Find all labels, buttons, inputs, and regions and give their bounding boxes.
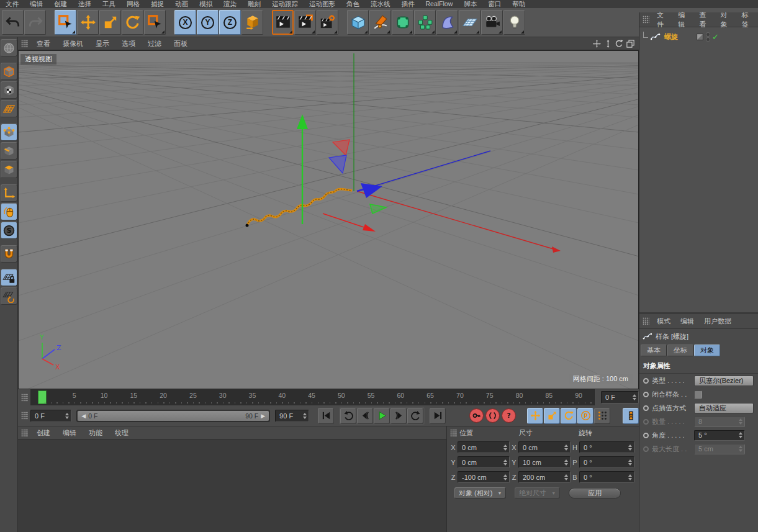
record-parameter-toggle[interactable]: P <box>577 408 593 424</box>
add-mograph-button[interactable] <box>414 10 436 35</box>
anim-dot-icon[interactable] <box>643 392 649 397</box>
enable-axis-button[interactable] <box>1 184 17 202</box>
orbit-view-icon[interactable] <box>615 39 624 48</box>
add-environment-button[interactable] <box>459 10 481 35</box>
menubar-item-15[interactable]: 插件 <box>396 0 420 8</box>
viewport-menu-item-5[interactable]: 面板 <box>168 39 194 48</box>
om-menu-item-1[interactable]: 编辑 <box>673 11 694 29</box>
stepper-arrows-icon[interactable] <box>631 394 638 400</box>
stepper-arrows-icon[interactable] <box>627 444 634 451</box>
move-tool-button[interactable] <box>77 10 99 35</box>
snap-s-button[interactable]: S <box>1 222 17 239</box>
enabled-check-icon[interactable]: ✓ <box>712 32 719 42</box>
attribute-tab-0[interactable]: 基本 <box>641 345 667 356</box>
menubar-item-11[interactable]: 运动跟踪 <box>266 0 304 8</box>
make-editable-button[interactable] <box>1 39 17 56</box>
timeline-strip[interactable]: 051015202530354045505560657075808590 <box>30 389 596 405</box>
stepper-arrows-icon[interactable] <box>502 459 509 466</box>
grip-icon[interactable] <box>21 429 28 437</box>
menubar-item-8[interactable]: 模拟 <box>194 0 218 8</box>
add-primitive-button[interactable] <box>347 10 369 35</box>
undo-button[interactable] <box>2 10 24 35</box>
workplane-mode-button[interactable] <box>1 100 17 117</box>
redo-button[interactable] <box>24 10 46 35</box>
om-menu-item-2[interactable]: 查看 <box>694 11 715 29</box>
grip-icon[interactable] <box>21 40 28 48</box>
gizmo-plane-handle-green[interactable] <box>370 204 386 214</box>
zoom-view-icon[interactable] <box>603 39 613 48</box>
viewport-label[interactable]: 透视视图 <box>20 54 56 65</box>
viewport-solo-button[interactable] <box>1 203 17 220</box>
gizmo-plane-handle-red[interactable] <box>333 140 350 155</box>
axis-lock-x-button[interactable]: X <box>174 10 196 35</box>
attribute-tab-1[interactable]: 坐标 <box>667 345 693 356</box>
render-visibility-dot[interactable] <box>706 38 710 41</box>
render-picture-viewer-button[interactable] <box>294 10 316 35</box>
polygon-mode-button[interactable] <box>1 161 17 178</box>
grip-icon[interactable] <box>643 16 649 24</box>
add-light-button[interactable] <box>503 10 525 35</box>
grip-icon[interactable] <box>21 412 28 420</box>
object-row[interactable]: 螺旋 ✓ <box>639 27 758 41</box>
preview-range-slider[interactable]: ◀ 0 F 90 F ▶ <box>76 410 270 422</box>
layer-square-icon[interactable] <box>696 33 704 41</box>
add-camera-button[interactable] <box>481 10 503 35</box>
menubar-item-16[interactable]: RealFlow <box>420 0 459 8</box>
menubar-item-3[interactable]: 选择 <box>73 0 97 8</box>
size-y-field[interactable]: 10 cm <box>518 456 571 468</box>
pan-view-icon[interactable] <box>592 39 602 48</box>
maximize-view-icon[interactable] <box>626 39 635 48</box>
record-rotation-toggle[interactable] <box>561 408 577 424</box>
stepper-arrows-icon[interactable] <box>64 413 71 419</box>
viewport-menu-item-1[interactable]: 摄像机 <box>56 39 89 48</box>
menubar-item-1[interactable]: 编辑 <box>24 0 48 8</box>
am-menu-item-0[interactable]: 模式 <box>652 317 675 326</box>
prev-key-button[interactable] <box>340 408 356 424</box>
viewport-menu-item-4[interactable]: 过滤 <box>142 39 168 48</box>
menubar-item-10[interactable]: 雕刻 <box>242 0 266 8</box>
position-x-field[interactable]: 0 cm <box>458 441 510 453</box>
gizmo-plane-handle-blue[interactable] <box>329 155 346 173</box>
range-left-arrow-icon[interactable]: ◀ <box>81 413 86 419</box>
rotate-tool-button[interactable] <box>122 10 143 35</box>
close-spline-checkbox[interactable] <box>694 390 702 399</box>
size-x-field[interactable]: 0 cm <box>518 441 571 453</box>
stepper-arrows-icon[interactable] <box>563 459 570 466</box>
range-right-arrow-icon[interactable]: ▶ <box>261 413 265 419</box>
range-end-field[interactable]: 90 F <box>275 410 309 422</box>
menubar-item-2[interactable]: 创建 <box>48 0 73 8</box>
menubar-item-14[interactable]: 流水线 <box>365 0 396 8</box>
om-menu-item-0[interactable]: 文件 <box>652 11 673 29</box>
menubar-item-18[interactable]: 窗口 <box>482 0 507 8</box>
enable-snap-button[interactable] <box>1 245 17 263</box>
goto-start-button[interactable] <box>318 408 334 424</box>
grip-icon[interactable] <box>21 394 28 402</box>
next-key-button[interactable] <box>407 408 423 424</box>
menubar-item-19[interactable]: 帮助 <box>507 0 531 8</box>
material-menu-item-1[interactable]: 编辑 <box>56 428 83 438</box>
add-deformer-button[interactable] <box>436 10 458 35</box>
viewport-menu-item-2[interactable]: 显示 <box>89 39 115 48</box>
menubar-item-5[interactable]: 网格 <box>121 0 145 8</box>
size-z-field[interactable]: 200 cm <box>518 471 571 483</box>
axis-lock-z-button[interactable]: Z <box>219 10 241 35</box>
record-scale-toggle[interactable] <box>544 408 560 424</box>
type-dropdown[interactable]: 贝塞尔(Bezier) <box>694 376 754 386</box>
om-menu-item-3[interactable]: 对象 <box>716 11 737 29</box>
current-frame-field[interactable]: 0 F <box>601 391 639 404</box>
coordinate-system-button[interactable] <box>241 10 263 35</box>
add-subdivision-surface-button[interactable] <box>392 10 413 35</box>
stepper-arrows-icon[interactable] <box>627 474 634 480</box>
record-keyframe-button[interactable] <box>469 408 484 423</box>
gizmo-x-arrow[interactable] <box>363 224 376 232</box>
om-menu-item-4[interactable]: 标签 <box>737 11 758 29</box>
render-view-button[interactable] <box>272 10 294 35</box>
range-start-field[interactable]: 0 F <box>30 410 71 422</box>
grip-icon[interactable] <box>643 317 649 325</box>
anim-dot-icon[interactable] <box>643 433 649 438</box>
record-pla-toggle[interactable] <box>594 408 610 424</box>
texture-mode-button[interactable] <box>1 81 17 99</box>
spline-start-point[interactable] <box>246 224 249 227</box>
apply-button[interactable]: 应用 <box>569 488 621 498</box>
gizmo-x-handle[interactable] <box>323 214 364 227</box>
